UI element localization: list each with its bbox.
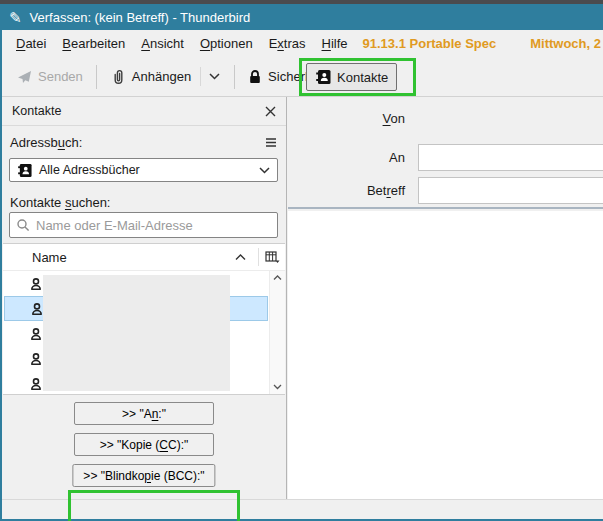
date-info: Mittwoch, 2 [530, 36, 601, 51]
column-picker-icon[interactable] [259, 251, 285, 264]
to-input[interactable] [418, 144, 603, 171]
window-title: Verfassen: (kein Betreff) - Thunderbird [30, 10, 251, 25]
compose-pencil-icon: ✎ [9, 10, 22, 25]
menu-hilfe[interactable]: Hilfe [314, 33, 356, 54]
person-icon [30, 302, 44, 316]
message-body[interactable] [288, 211, 603, 499]
window-border-left [0, 30, 2, 521]
compose-area: Von An Betreff [288, 97, 603, 499]
redacted-names-block [43, 275, 230, 391]
titlebar: ✎ Verfassen: (kein Betreff) - Thunderbir… [0, 4, 603, 30]
search-label: Kontakte suchen: [10, 195, 110, 210]
person-icon [29, 277, 43, 291]
menu-datei[interactable]: Datei [8, 33, 54, 54]
add-bcc-recipient-button[interactable]: >> "Blindkopie (BCC):" [72, 464, 215, 487]
contact-rows [3, 271, 285, 394]
contact-list-header[interactable]: Name [3, 244, 285, 271]
search-box [9, 212, 278, 238]
close-sidebar-icon[interactable] [265, 106, 276, 117]
list-scrollbar[interactable] [269, 271, 285, 394]
person-icon [29, 352, 43, 366]
search-icon [16, 218, 30, 232]
scroll-up-icon[interactable] [273, 275, 282, 281]
to-row: An [288, 144, 603, 171]
chevron-down-icon [259, 167, 270, 174]
addressbook-select[interactable]: Alle Adressbücher [9, 158, 278, 182]
add-cc-recipient-button[interactable]: >> "Kopie (CC):" [74, 433, 214, 456]
attach-dropdown-button[interactable] [200, 67, 225, 86]
send-label: Senden [38, 69, 83, 84]
contact-list: Name [3, 243, 285, 395]
contacts-label: Kontakte [337, 70, 388, 85]
compose-toolbar: Senden Anhängen Sicherheit Kontakte [0, 57, 603, 97]
subject-label: Betreff [288, 183, 418, 198]
sidebar-header: Kontakte [2, 97, 286, 126]
add-to-recipient-button[interactable]: >> "An:" [74, 402, 214, 425]
contacts-sidebar: Kontakte Adressbuch: Alle Adressbücher K… [2, 97, 287, 499]
subject-row: Betreff [288, 177, 603, 204]
compose-header: Von An Betreff [288, 97, 603, 209]
menubar: Datei Bearbeiten Ansicht Optionen Extras… [0, 30, 603, 57]
addressbook-icon [17, 163, 33, 178]
chevron-down-icon [209, 73, 220, 80]
addressbook-label-row: Adressbuch: [10, 133, 277, 151]
lock-icon [248, 69, 262, 85]
menu-ansicht[interactable]: Ansicht [133, 33, 192, 54]
menu-optionen[interactable]: Optionen [192, 33, 261, 54]
addressbook-label: Adressbuch: [10, 135, 82, 150]
contacts-toggle-button[interactable]: Kontakte [306, 63, 397, 91]
person-icon [29, 327, 43, 341]
sidebar-title: Kontakte [12, 104, 61, 118]
name-column-header[interactable]: Name [3, 250, 235, 265]
toolbar-separator [96, 65, 97, 89]
toolbar-separator [234, 65, 235, 89]
scroll-down-icon[interactable] [273, 384, 282, 390]
addressbook-icon [315, 69, 332, 85]
from-row: Von [288, 109, 603, 127]
thunderbird-compose-window: ✎ Verfassen: (kein Betreff) - Thunderbir… [0, 0, 603, 521]
addressbook-selected-value: Alle Adressbücher [39, 163, 140, 177]
attach-button[interactable]: Anhängen [106, 63, 195, 90]
version-info: 91.13.1 Portable Spec [363, 36, 497, 51]
statusbar [0, 499, 603, 519]
menu-extras[interactable]: Extras [261, 33, 314, 54]
menu-bearbeiten[interactable]: Bearbeiten [54, 33, 133, 54]
sort-ascending-icon [235, 254, 246, 261]
attach-label: Anhängen [132, 69, 191, 84]
addressbook-menu-icon[interactable] [265, 138, 277, 147]
send-icon [16, 69, 32, 85]
person-icon [29, 377, 43, 391]
send-button[interactable]: Senden [12, 64, 87, 90]
to-label[interactable]: An [288, 150, 418, 165]
overlay-info: 91.13.1 Portable Spec Mittwoch, 2 [363, 36, 603, 51]
subject-input[interactable] [418, 177, 603, 204]
contact-search-input[interactable] [36, 218, 271, 233]
from-label[interactable]: Von [288, 111, 418, 126]
paperclip-icon [110, 68, 126, 85]
